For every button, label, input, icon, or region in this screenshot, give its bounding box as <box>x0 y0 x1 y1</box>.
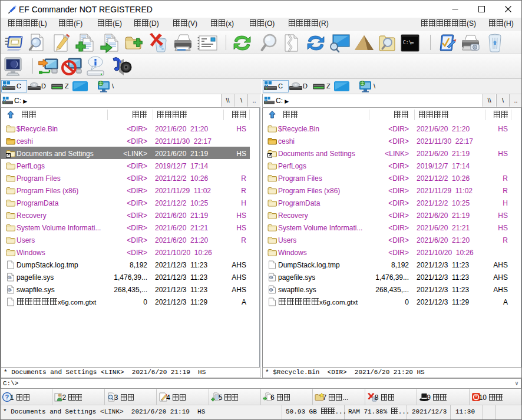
svg-text:C:\: C:\ <box>403 40 412 45</box>
svg-text:?: ? <box>5 393 9 401</box>
